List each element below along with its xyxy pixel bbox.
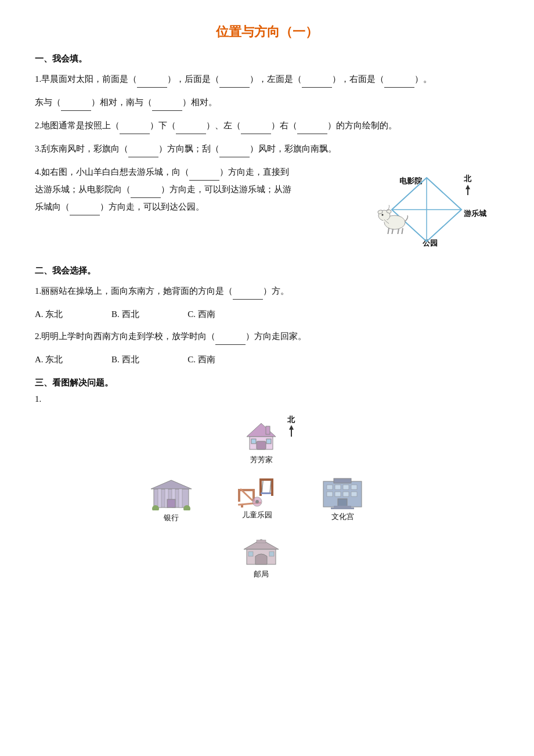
- section1-label: 一、我会填。: [35, 53, 499, 64]
- question-1-2: 2.地图通常是按照上（）下（）、左（）右（）的方向绘制的。: [35, 117, 499, 134]
- ertong-label: 儿童乐园: [235, 510, 279, 520]
- page-title: 位置与方向（一）: [35, 23, 499, 41]
- svg-rect-57: [269, 552, 274, 556]
- yinhang-label: 银行: [151, 513, 192, 523]
- map-container: 北 芳芳家: [145, 409, 389, 583]
- svg-rect-47: [327, 492, 333, 496]
- svg-rect-14: [257, 441, 266, 449]
- svg-rect-48: [335, 492, 341, 496]
- question-1-4-row: 4.如右图，小山羊白白想去游乐城，向（）方向走，直接到 达游乐城；从电影院向（）…: [35, 163, 499, 256]
- svg-rect-42: [334, 478, 351, 483]
- svg-line-10: [398, 229, 399, 234]
- section3-label: 三、看图解决问题。: [35, 377, 499, 388]
- svg-rect-36: [261, 492, 271, 494]
- svg-rect-43: [327, 485, 333, 489]
- svg-marker-19: [151, 480, 192, 489]
- compass-diagram: 北 电影院 游乐城 公园: [371, 163, 499, 256]
- map-wenhua: 文化宫: [322, 476, 363, 522]
- wenhua-label: 文化宫: [322, 512, 363, 522]
- svg-rect-15: [251, 439, 256, 444]
- svg-line-8: [388, 228, 389, 234]
- map-yinhang: 银行: [151, 478, 192, 523]
- svg-rect-46: [351, 485, 357, 489]
- svg-rect-33: [259, 478, 273, 481]
- svg-line-35: [270, 481, 271, 494]
- svg-rect-27: [238, 490, 240, 502]
- goat-icon: [373, 199, 413, 237]
- svg-line-9: [392, 229, 393, 234]
- question-2-2: 2.明明上学时向西南方向走到学校，放学时向（）方向走回家。: [35, 327, 499, 345]
- svg-rect-44: [335, 485, 341, 489]
- svg-rect-24: [167, 499, 175, 507]
- question-1-1b: 东与（）相对，南与（）相对。: [35, 93, 499, 111]
- svg-rect-51: [338, 499, 347, 507]
- svg-rect-58: [257, 540, 266, 543]
- svg-rect-23: [179, 489, 182, 507]
- svg-line-34: [262, 481, 263, 494]
- map-fangfang: 芳芳家: [244, 420, 279, 465]
- question-1-4-text: 4.如右图，小山羊白白想去游乐城，向（）方向走，直接到 达游乐城；从电影院向（）…: [35, 163, 371, 215]
- choices-2-2: A. 东北 B. 西北 C. 西南: [35, 351, 499, 368]
- map-north-indicator: 北: [287, 415, 295, 437]
- map-ertong: 儿童乐园: [235, 473, 279, 520]
- question-1-3: 3.刮东南风时，彩旗向（）方向飘；刮（）风时，彩旗向南飘。: [35, 140, 499, 157]
- svg-point-40: [255, 500, 259, 503]
- question-1-1: 1.早晨面对太阳，前面是（），后面是（），左面是（），右面是（）。: [35, 70, 499, 88]
- compass-north: 北: [464, 174, 471, 195]
- svg-rect-17: [266, 426, 270, 434]
- section2-label: 二、我会选择。: [35, 265, 499, 276]
- svg-rect-56: [248, 552, 253, 556]
- svg-marker-12: [247, 423, 276, 437]
- youju-label: 邮局: [244, 569, 279, 579]
- choices-2-1: A. 东北 B. 西北 C. 西南: [35, 305, 499, 323]
- question-2-1: 1.丽丽站在操场上，面向东南方，她背面的方向是（）方。: [35, 282, 499, 300]
- map-youju: 邮局: [244, 537, 279, 579]
- label-amusement: 游乐城: [464, 208, 486, 219]
- fangfang-label: 芳芳家: [244, 455, 279, 465]
- svg-rect-52: [334, 506, 351, 507]
- svg-rect-20: [158, 489, 161, 507]
- svg-line-11: [402, 228, 403, 234]
- question-3-num: 1.: [35, 394, 499, 404]
- svg-rect-50: [351, 492, 357, 496]
- svg-rect-53: [331, 507, 354, 509]
- svg-rect-49: [343, 492, 349, 496]
- svg-point-7: [382, 214, 384, 216]
- svg-rect-16: [266, 439, 271, 444]
- svg-rect-45: [343, 485, 349, 489]
